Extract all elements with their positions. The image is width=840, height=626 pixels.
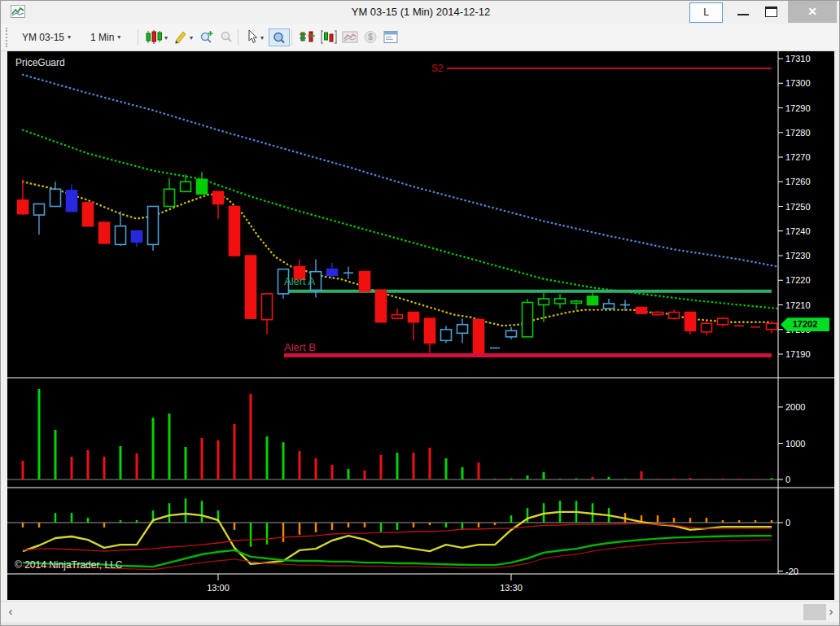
candle-body [718,318,728,325]
chart-trader-icon [320,29,338,45]
indicator-histogram-bar [22,523,24,528]
volume-bar [510,479,513,479]
toolbar-grip[interactable] [6,28,9,47]
priceguard-middle-band-line [23,130,778,309]
volume-bar [462,467,464,479]
chart-trader-button[interactable] [318,28,339,46]
price-axis-label: 17190 [785,349,811,359]
chart-plot: 1731017300172901728017270172601725017240… [7,51,834,600]
indicator-histogram-bar [673,518,676,523]
volume-bar [755,479,757,479]
indicator-histogram-bar [478,523,480,528]
volume-bar [168,414,171,479]
candle-body [50,189,61,206]
volume-bar [282,442,285,479]
account-data-button[interactable]: $ [361,28,380,46]
zoom-in-button[interactable] [197,28,217,46]
cursor-tool-button[interactable]: ▾ [243,28,269,46]
svg-text:▾: ▾ [190,34,193,42]
minimize-icon [737,14,749,15]
indicator-histogram-bar [738,520,741,523]
indicator-histogram-bar [445,523,448,528]
toolbar: YM 03-15▾ 1 Min▾ ▾ ▾ [1,24,840,51]
instrument-selector[interactable]: YM 03-15▾ [19,28,74,46]
maximize-button[interactable] [761,3,782,21]
candle-body [116,226,126,245]
horizontal-scrollbar[interactable]: ‹ › [1,601,840,622]
indicator-histogram-bar [136,520,138,523]
candle-body [457,325,468,334]
volume-bar [38,389,41,479]
volume-bar [657,479,659,479]
volume-bar [624,479,627,479]
indicator-histogram-bar [494,523,497,525]
candle-body [278,269,289,294]
volume-bar [543,472,545,479]
candle-body [376,290,387,322]
candle-body [327,269,338,276]
scroll-left-button[interactable]: ‹ [4,602,17,623]
indicator-histogram-bar [55,513,57,523]
price-axis-label: 17250 [785,202,811,212]
volume-bar [722,479,724,479]
indicator-histogram-bar [168,503,171,523]
price-axis-label: 17290 [785,103,811,113]
pencil-icon: ▾ [173,29,195,45]
indicator-histogram-bar [364,523,366,528]
candlestick-style-icon: ▾ [145,29,169,45]
volume-axis-label: 2000 [785,402,805,412]
scroll-thumb[interactable] [803,604,826,620]
dollar-glyph: $ [368,33,373,42]
chart-style-button[interactable]: ▾ [143,28,171,46]
interval-selector[interactable]: 1 Min▾ [87,28,124,46]
drawing-tools-button[interactable]: ▾ [171,28,197,46]
chart-overview-button[interactable] [339,28,361,46]
cursor-icon: ▾ [244,29,267,45]
price-axis-label: 17210 [785,300,811,310]
volume-axis-label: 1000 [785,439,805,449]
candle-body [34,204,45,215]
price-axis-label: 17230 [785,251,811,260]
volume-bar [22,461,24,479]
indicators-button[interactable] [297,28,318,46]
toolbar-separator [238,29,238,46]
chart-region: 1731017300172901728017270172601725017240… [1,51,840,600]
candle-body [83,203,94,226]
time-axis-label: 13:30 [500,583,523,593]
candle-body [441,330,452,341]
volume-bar [689,478,692,479]
svg-text:▾: ▾ [260,34,264,42]
volume-bar [771,478,773,479]
candle-body [669,313,680,319]
toolbar-separator [291,29,292,46]
indicator-histogram-bar [234,523,236,530]
indicator-histogram-bar [250,523,252,547]
close-button[interactable]: ✕ [788,1,837,23]
volume-bar [152,418,155,479]
volume-bar [396,453,399,479]
volume-bar [103,457,106,479]
indicator-histogram-bar [299,523,301,535]
scroll-right-button[interactable]: › [825,602,838,623]
last-price-marker: 17202 [781,317,829,331]
data-box-button[interactable] [269,28,290,46]
volume-bar [478,462,480,479]
candle-body [181,182,191,191]
indicator-histogram-bar [120,520,122,523]
link-button[interactable]: L [689,2,723,23]
minimize-button[interactable] [733,3,754,21]
indicator-histogram-bar [266,523,269,545]
indicator-histogram-bar [657,515,659,523]
indicator-histogram-bar [331,523,334,530]
indicator-histogram-bar [510,515,513,523]
properties-button[interactable] [380,28,401,46]
chart-canvas[interactable]: 1731017300172901728017270172601725017240… [7,51,834,600]
indicator-histogram-bar [722,520,724,523]
instrument-label: YM 03-15 [22,32,64,43]
zoom-out-icon [218,29,234,45]
volume-bar [348,469,350,479]
volume-bar [494,479,497,479]
zoom-out-button[interactable] [217,28,236,46]
indicator-histogram-bar [771,520,773,523]
indicator-histogram-bar [38,523,41,528]
